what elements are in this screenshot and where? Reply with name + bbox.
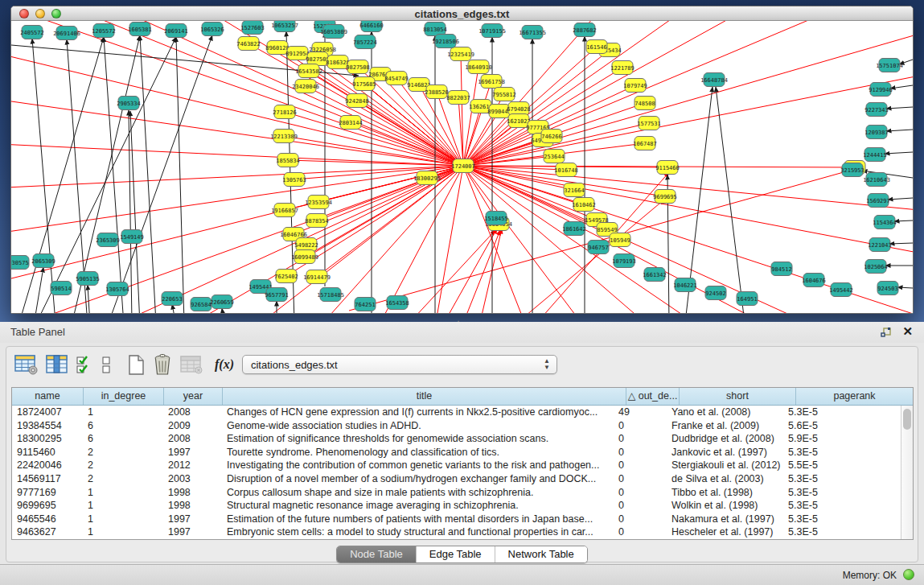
new-document-icon[interactable] xyxy=(127,354,145,376)
cell-out_de[interactable]: 0 xyxy=(614,525,667,539)
cell-short[interactable]: Nakamura et al. (1997) xyxy=(667,513,783,526)
graph-node[interactable]: 3215953 xyxy=(840,163,864,177)
cell-year[interactable]: 2008 xyxy=(163,406,222,419)
cell-out_de[interactable]: 0 xyxy=(614,419,667,433)
cell-short[interactable]: Dudbridge et al. (2008) xyxy=(667,432,783,446)
graph-node[interactable]: 105949 xyxy=(610,233,630,247)
graph-node[interactable]: 590514 xyxy=(51,282,72,295)
cell-title[interactable]: Corpus callosum shape and size in male p… xyxy=(222,486,614,500)
cell-year[interactable]: 1998 xyxy=(163,486,222,500)
graph-node[interactable]: 764251 xyxy=(355,298,376,311)
graph-node[interactable]: 1549149 xyxy=(120,230,144,244)
graph-node[interactable]: 5905135 xyxy=(76,272,100,286)
graph-node[interactable]: 1605381 xyxy=(128,23,152,36)
column-header-title[interactable]: title xyxy=(222,388,626,405)
graph-node[interactable]: 930575 xyxy=(11,256,29,270)
cell-in_degree[interactable]: 2 xyxy=(83,472,163,486)
graph-node[interactable]: 2065309 xyxy=(31,254,55,268)
cell-title[interactable]: Structural magnetic resonance image aver… xyxy=(222,499,614,513)
graph-node[interactable]: 15718485 xyxy=(317,288,344,302)
graph-node[interactable]: 2718126 xyxy=(273,105,297,119)
cell-title[interactable]: Changes of HCN gene expression and I(f) … xyxy=(222,406,614,419)
cell-year[interactable]: 1997 xyxy=(163,513,222,526)
cell-year[interactable]: 2009 xyxy=(163,419,222,433)
graph-node[interactable]: 946757 xyxy=(588,241,609,254)
graph-node[interactable]: 926584 xyxy=(191,298,211,311)
cell-in_degree[interactable]: 1 xyxy=(83,525,163,539)
cell-short[interactable]: Jankovic et al. (1997) xyxy=(667,446,783,459)
cell-name[interactable]: 19384554 xyxy=(12,419,83,433)
cell-name[interactable]: 9463627 xyxy=(12,525,83,539)
graph-hub-node[interactable]: 1724007 xyxy=(451,159,475,173)
graph-node[interactable]: 1610462 xyxy=(572,198,596,212)
graph-node[interactable]: 15751074 xyxy=(876,59,903,72)
graph-node[interactable]: 2365309 xyxy=(96,233,120,247)
cell-name[interactable]: 14569117 xyxy=(12,472,83,486)
graph-node[interactable]: 1244415 xyxy=(863,148,887,162)
cell-name[interactable]: 9465546 xyxy=(12,513,83,526)
graph-node[interactable]: 9657791 xyxy=(265,288,289,302)
graph-node[interactable]: 16053809 xyxy=(320,25,347,39)
graph-node[interactable]: 161546 xyxy=(586,40,607,54)
cell-in_degree[interactable]: 1 xyxy=(83,406,163,419)
graph-node[interactable]: 748508 xyxy=(634,97,655,110)
graph-node[interactable]: 1518455 xyxy=(484,212,508,225)
graph-node[interactable]: 12353594 xyxy=(305,196,332,209)
cell-title[interactable]: Estimation of significance thresholds fo… xyxy=(222,432,614,446)
cell-year[interactable]: 2008 xyxy=(163,432,222,446)
cell-pagerank[interactable]: 5.3E-5 xyxy=(783,446,901,459)
graph-node[interactable]: 746266 xyxy=(541,130,562,143)
network-table-select[interactable]: citations_edges.txt ▲▼ xyxy=(242,355,557,374)
table-scrollbar[interactable] xyxy=(901,406,913,539)
graph-node[interactable]: 2260659 xyxy=(210,295,234,309)
graph-node[interactable]: 2069141 xyxy=(164,24,188,38)
cell-title[interactable]: Investigating the contribution of common… xyxy=(222,459,614,472)
cell-title[interactable]: Embryonic stem cells: a model to study s… xyxy=(222,525,614,539)
graph-node[interactable]: 18640910 xyxy=(465,60,492,74)
cell-name[interactable]: 9699695 xyxy=(12,499,83,513)
delete-trash-icon[interactable] xyxy=(152,353,173,376)
cell-short[interactable]: Hescheler et al. (1997) xyxy=(667,525,783,539)
graph-node[interactable]: 220653 xyxy=(162,292,183,306)
column-header-name[interactable]: name xyxy=(12,388,83,405)
cell-pagerank[interactable]: 5.5E-5 xyxy=(783,459,901,472)
graph-node[interactable]: 9129946 xyxy=(869,83,893,97)
cell-name[interactable]: 9777169 xyxy=(12,486,83,500)
graph-node[interactable]: 1079193 xyxy=(612,254,636,268)
table-row[interactable]: 977716911998Corpus callosum shape and si… xyxy=(12,486,901,500)
cell-title[interactable]: Disruption of a novel member of a sodium… xyxy=(222,472,614,486)
graph-node[interactable]: 1661342 xyxy=(643,268,667,282)
table-row[interactable]: 969969511998Structural magnetic resonanc… xyxy=(12,499,901,513)
cell-pagerank[interactable]: 5.6E-5 xyxy=(783,419,901,433)
table-row[interactable]: 2242004622012Investigating the contribut… xyxy=(12,459,901,472)
graph-node[interactable]: 924502 xyxy=(705,286,726,300)
tab-edge-table[interactable]: Edge Table xyxy=(416,546,495,562)
table-row[interactable]: 1872400712008Changes of HCN gene express… xyxy=(12,406,901,419)
graph-node[interactable]: 1154364 xyxy=(873,216,897,229)
column-header-pagerank[interactable]: pagerank xyxy=(795,388,913,405)
graph-node[interactable]: 7463822 xyxy=(236,37,261,51)
cell-short[interactable]: de Silva et al. (2003) xyxy=(667,472,783,486)
cell-out_de[interactable]: 0 xyxy=(614,472,667,486)
cell-name[interactable]: 18300295 xyxy=(12,432,83,446)
graph-node[interactable]: 253644 xyxy=(544,150,565,163)
cell-short[interactable]: Tibbo et al. (1998) xyxy=(667,486,783,500)
cell-in_degree[interactable]: 2 xyxy=(83,446,163,459)
graph-node[interactable]: 1861642 xyxy=(562,222,586,236)
graph-node[interactable]: 1604676 xyxy=(802,274,826,287)
graph-node[interactable]: 9115460 xyxy=(655,161,680,175)
float-panel-icon[interactable] xyxy=(881,327,892,337)
graph-node[interactable]: 6466160 xyxy=(359,21,384,32)
graph-node[interactable]: 1527603 xyxy=(240,21,265,35)
cell-out_de[interactable]: 0 xyxy=(614,486,667,500)
cell-out_de[interactable]: 0 xyxy=(614,446,667,459)
graph-node[interactable]: 10719155 xyxy=(478,24,506,38)
cell-short[interactable]: Franke et al. (2009) xyxy=(667,419,783,433)
graph-node[interactable]: 2388520 xyxy=(425,85,449,99)
table-row[interactable]: 1830029562008Estimation of significance … xyxy=(12,432,901,446)
graph-node[interactable]: 1205572 xyxy=(92,24,116,38)
graph-node[interactable]: 7857224 xyxy=(353,35,377,49)
graph-node[interactable]: 2405572 xyxy=(20,26,44,39)
graph-node[interactable]: 2803144 xyxy=(339,116,363,130)
cell-out_de[interactable]: 49 xyxy=(614,406,667,419)
